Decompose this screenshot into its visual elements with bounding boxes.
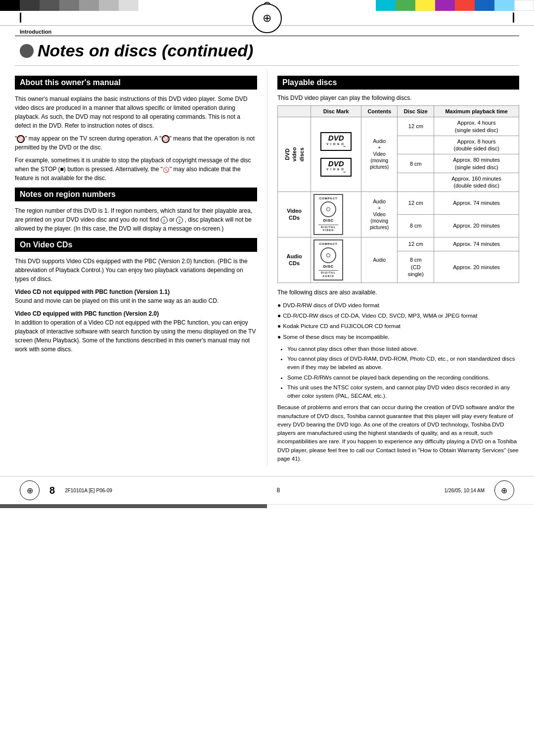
dvd-size-3: 8 cm [398,154,434,173]
acd-time-1: Approx. 74 minutes [434,237,519,251]
bottom-bar-white [267,504,534,508]
dvd-time-1: Approx. 4 hours(single sided disc) [434,117,519,136]
dvd-time-4: Approx. 160 minutes(double sided disc) [434,173,519,192]
playable-intro: This DVD video player can play the follo… [277,94,519,101]
footer-right: 1/26/05, 10:14 AM ⊕ [445,480,514,500]
acd-contents: Audio [361,237,398,283]
vcd-title: On Video CDs [20,240,72,249]
crosshair-symbol: ⊕ [263,12,271,25]
avail-item-3: ● Kodak Picture CD and FUJICOLOR CD form… [277,322,519,331]
bottom-paragraph: Because of problems and errors that can … [277,403,519,463]
page-title: Notes on discs (continued) [38,41,253,60]
vcd-sub2: Video CD equipped with PBC function (Ver… [15,309,257,354]
dvd-time-2: Approx. 8 hours(double sided disc) [434,136,519,154]
footer-left: ⊕ 8 2F10101A [E] P06-09 [20,480,112,500]
vcd-sub2-body: In addition to operation of a Video CD n… [15,319,256,353]
acd-cd-logo: COMPACT DiSC DIGITAL AUDIO [313,239,343,281]
footer-reg-left: ⊕ [20,480,40,500]
bar-cyan [376,0,396,11]
about-para1: This owner's manual explains the basic i… [15,94,257,130]
dvd-row-label: DVDvideodiscs [278,117,311,191]
footer: ⊕ 8 2F10101A [E] P06-09 8 1/26/05, 10:14… [0,476,534,504]
dvd-time-3: Approx. 80 minutes(single sided disc) [434,154,519,173]
table-row-vcd: VideoCDs COMPACT DiSC DIGITAL VIDEO Audi… [278,191,519,214]
avail-item-1: ● DVD-R/RW discs of DVD video format [277,301,519,310]
bar-gray4 [79,0,99,11]
dvd-logos: DVD VIDEO ™ DVD VIDEO ™ [313,130,358,178]
prohibit-icon-3: 🚫 [163,167,170,173]
section-about-header: About this owner's manual [15,76,257,90]
acd-time-2: Approx. 20 minutes [434,251,519,283]
th-max-time: Maximum playback time [434,106,519,117]
bar-lightblue [494,0,514,11]
footer-reg-right: ⊕ [494,480,514,500]
reg-mark-left [20,12,22,24]
right-column: Playable discs This DVD video player can… [267,71,519,466]
content-rule [15,65,519,66]
region-icon-2: 2 [176,217,183,224]
section-region-header: Notes on region numbers [15,188,257,201]
about-para2: "🚫" may appear on the TV screen during o… [15,134,257,152]
dvd-size-2 [398,136,434,154]
prohibit-icon-2: 🚫 [162,135,170,143]
warn-1: You cannot play discs other than those l… [287,345,519,353]
bar-black [0,0,20,11]
footer-crosshair-right: ⊕ [501,486,507,495]
reg-left-line [20,12,21,22]
dvd-size-4 [398,173,434,192]
bar-gray2 [40,0,59,11]
header-crosshair-circle: ⊕ [252,3,282,33]
avail-item-4: ● Some of these discs may be incompatibl… [277,332,519,342]
intro-label-text: Introduction [20,29,51,35]
bar-gray3 [59,0,79,11]
table-header-row: Disc Mark Contents Disc Size Maximum pla… [278,106,519,117]
also-available-section: The following discs are also available. … [277,288,519,342]
bar-gray5 [99,0,119,11]
bar-blue [475,0,494,11]
left-gray-bars [0,0,263,11]
vcd-contents: Audio+Video(movingpictures) [361,191,398,237]
vcd-time-2: Approx. 20 minutes [434,214,519,237]
also-available-title: The following discs are also available. [277,288,519,297]
date-info: 1/26/05, 10:14 AM [445,488,485,493]
bullet-circle-4: ● [277,332,281,342]
acd-disc-circle [320,247,336,263]
bar-gray6 [119,0,138,11]
file-info: 2F10101A [E] P06-09 [65,488,112,493]
bar-white [514,0,534,11]
vcd-disc-hole [326,207,330,211]
title-bullet [20,44,34,58]
footer-page-center: 8 [276,487,280,494]
disc-note-list: ● DVD-R/RW discs of DVD video format ● C… [277,301,519,342]
vcd-cd-logo: COMPACT DiSC DIGITAL VIDEO [313,194,343,235]
right-color-bars [271,0,534,11]
reg-mark-right [513,12,514,24]
bar-red [455,0,475,11]
bottom-bar-gray [0,504,267,508]
warning-list: You cannot play discs other than those l… [277,345,519,401]
bottom-bar [0,504,534,508]
bar-yellow [415,0,435,11]
th-contents: Contents [361,106,398,117]
vcd-size-2: 8 cm [398,214,434,237]
vcd-time-1: Approx. 74 minutes [434,191,519,214]
vcd-sub1-body: Sound and movie can be played on this un… [15,297,219,304]
bullet-circle-1: ● [277,301,281,310]
vcd-sub1-title: Video CD not equipped with PBC function … [15,288,170,295]
dvd-logo-2: DVD VIDEO ™ [320,158,352,177]
vcd-size-1: 12 cm [398,191,434,214]
reg-right-line [513,12,514,22]
acd-row-label: AudioCDs [278,237,311,283]
warn-2: You cannot play discs of DVD-RAM, DVD-RO… [287,355,519,372]
footer-crosshair-left: ⊕ [27,486,33,495]
bar-gray1 [20,0,40,11]
dvd-contents: Audio+Video(movingpictures) [361,117,398,191]
table-row-acd: AudioCDs COMPACT DiSC DIGITAL AUDIO Audi… [278,237,519,251]
acd-size-1: 12 cm [398,237,434,251]
section-playable-header: Playable discs [277,76,519,90]
vcd-disc-mark: COMPACT DiSC DIGITAL VIDEO [311,191,361,237]
vcd-row-label: VideoCDs [278,191,311,237]
region-para1: The region number of this DVD is 1. If r… [15,206,257,233]
acd-disc-hole [326,253,330,257]
footer-center: 8 [276,487,280,494]
